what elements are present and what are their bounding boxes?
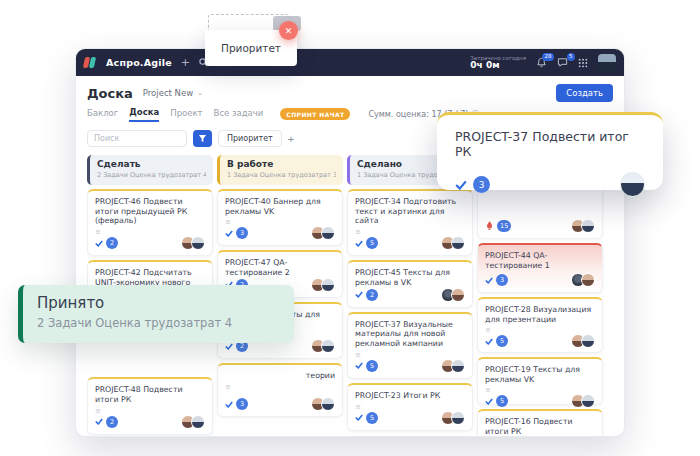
check-icon: [355, 414, 363, 421]
column-subtitle: 2 Задачи Оценка трудозатрат 4: [97, 171, 206, 179]
avatar: [321, 278, 335, 292]
estimate-badge: 3: [473, 176, 490, 193]
chevron-down-icon: ⌄: [197, 89, 203, 97]
avatar: [451, 411, 465, 425]
add-button[interactable]: +: [181, 57, 190, 68]
task-title: PROJECT-46 Подвести итоги предыдущей РК …: [95, 197, 205, 226]
brand-name: Аспро.Agile: [106, 57, 172, 68]
priority-filter-chip[interactable]: Приоритет: [218, 130, 282, 147]
estimate-badge: 5: [496, 395, 508, 407]
task-card[interactable]: PROJECT-28 Визуализация для презентации …: [477, 297, 603, 353]
avatar: [581, 273, 595, 287]
avatar: [321, 397, 335, 411]
check-icon: [455, 180, 467, 190]
check-icon: [225, 230, 233, 237]
task-card[interactable]: PROJECT-34 Подготовить текст и картинки …: [347, 189, 473, 256]
task-title: теории: [225, 371, 335, 381]
dragged-task-title: PROJECT-37 Подвести итог РК: [455, 129, 645, 159]
avatar: [581, 394, 595, 408]
task-title: PROJECT-34 Подготовить текст и картинки …: [355, 197, 465, 226]
task-title: PROJECT-19 Тексты для рекламы VK: [485, 365, 595, 384]
accepted-title: Принято: [37, 294, 280, 312]
task-card[interactable]: PROJECT-19 Тексты для рекламы VK ≡ 5: [477, 357, 603, 405]
notifications-button[interactable]: 28: [536, 57, 547, 68]
close-icon[interactable]: ✕: [279, 21, 298, 40]
check-icon: [485, 398, 493, 405]
estimate-badge: 2: [366, 289, 378, 301]
description-icon: ≡: [485, 386, 595, 394]
task-card[interactable]: PROJECT-45 Тексты для рекламы в VK 2: [347, 260, 473, 307]
overdue-fire-icon: [485, 221, 494, 231]
check-icon: [355, 291, 363, 298]
task-card[interactable]: PROJECT-23 Итоги РК ≡ 5: [347, 383, 473, 431]
estimate-badge: 3: [236, 398, 248, 410]
description-icon: ≡: [355, 403, 465, 411]
task-card[interactable]: теории ≡ 3: [217, 363, 343, 417]
page-title: Доска: [87, 86, 133, 101]
check-icon: [95, 418, 103, 425]
task-card[interactable]: PROJECT-48 Подвести итоги РК ≡ 2: [87, 377, 213, 434]
top-bar: Аспро.Agile + Сп Затрачено сегодня 0ч 0м…: [76, 49, 624, 76]
task-title: PROJECT-23 Итоги РК: [355, 391, 465, 401]
description-icon: ≡: [355, 351, 465, 359]
tab-backlog[interactable]: Баклог: [87, 108, 118, 121]
check-icon: [225, 343, 233, 350]
avatar: [321, 339, 335, 353]
task-title: PROJECT-37 Визуальные материалы для ново…: [355, 320, 465, 349]
bell-badge: 28: [542, 53, 554, 61]
task-title: PROJECT-47 QA-тестирование 2: [225, 258, 335, 277]
column-header[interactable]: Сделать 2 Задачи Оценка трудозатрат 4: [87, 155, 213, 185]
app-window: Аспро.Agile + Сп Затрачено сегодня 0ч 0м…: [75, 48, 625, 437]
task-card[interactable]: PROJECT-44 QA-тестирование 1 3: [477, 243, 603, 293]
estimate-badge: 5: [496, 335, 508, 347]
task-card[interactable]: PROJECT-40 Баннер для рекламы VK ≡ 3: [217, 189, 343, 246]
estimate-badge: 3: [236, 227, 248, 239]
estimate-badge: 5: [366, 412, 378, 424]
tab-project[interactable]: Проект: [170, 108, 202, 121]
description-icon: ≡: [225, 383, 335, 391]
task-title: PROJECT-40 Баннер для рекламы VK: [225, 197, 335, 216]
accepted-column-overlay: Принято 2 Задачи Оценка трудозатрат 4: [18, 285, 294, 343]
chat-badge: 5: [567, 53, 576, 61]
avatar: [581, 219, 595, 233]
time-tracker: Затрачено сегодня 0ч 0м: [470, 55, 526, 71]
tab-all-tasks[interactable]: Все задачи: [214, 108, 264, 121]
tab-board[interactable]: Доска: [129, 107, 159, 122]
apps-grid-icon[interactable]: [578, 58, 588, 68]
avatar: [451, 236, 465, 250]
add-filter-button[interactable]: +: [288, 133, 294, 145]
time-value: 0ч 0м: [470, 61, 526, 71]
column-accepted: ≡ 15 PROJECT-44 QA-тестирование 1 3 PROJ…: [477, 155, 603, 437]
estimate-badge: 2: [106, 237, 118, 249]
column-subtitle: 1 Задача Оценка трудозатрат 3: [227, 171, 336, 179]
task-title: PROJECT-48 Подвести итоги РК: [95, 385, 205, 404]
task-title: PROJECT-45 Тексты для рекламы в VK: [355, 268, 465, 287]
sprint-status-badge: СПРИНТ НАЧАТ: [280, 108, 350, 120]
dragged-task-card[interactable]: PROJECT-37 Подвести итог РК 3: [437, 112, 663, 190]
estimate-badge: 15: [497, 220, 511, 232]
search-input[interactable]: [87, 130, 187, 147]
description-icon: ≡: [95, 228, 205, 236]
check-icon: [485, 338, 493, 345]
check-icon: [355, 362, 363, 369]
column-done: Сделано 1 Задача Оценка трудозатрат PROJ…: [347, 155, 473, 437]
user-avatar[interactable]: [598, 54, 616, 72]
avatar: [620, 172, 645, 197]
avatar: [191, 236, 205, 250]
estimate-badge: 3: [496, 274, 508, 286]
task-card[interactable]: PROJECT-46 Подвести итоги предыдущей РК …: [87, 189, 213, 256]
project-name: Project New: [143, 88, 193, 98]
funnel-icon: [198, 134, 207, 143]
project-selector[interactable]: Project New ⌄: [143, 88, 203, 98]
estimate-badge: 5: [366, 237, 378, 249]
filter-button[interactable]: [193, 130, 212, 147]
aspro-logo-icon: [84, 57, 97, 68]
create-button[interactable]: Создать: [556, 84, 613, 102]
estimate-badge: 5: [366, 360, 378, 372]
avatar: [451, 288, 465, 302]
description-icon: ≡: [225, 218, 335, 226]
messages-button[interactable]: 5: [557, 57, 568, 68]
task-card[interactable]: PROJECT-37 Визуальные материалы для ново…: [347, 312, 473, 379]
task-card[interactable]: PROJECT-16 Подвести итоги РК ≡: [477, 409, 603, 437]
column-header[interactable]: В работе 1 Задача Оценка трудозатрат 3: [217, 155, 343, 185]
